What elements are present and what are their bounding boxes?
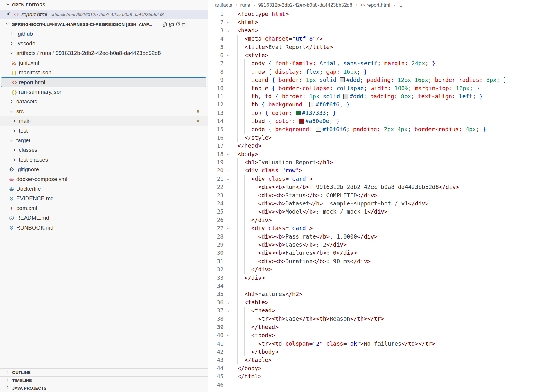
line-number[interactable]: 17	[208, 142, 224, 150]
line-number[interactable]: 30	[208, 249, 224, 257]
chevron-right-icon[interactable]	[11, 158, 17, 162]
code-line-18[interactable]: 18<body>	[208, 150, 551, 158]
code-line-22[interactable]: 22 <div><b>Run</b>: 9916312b-2db2-42ec-b…	[208, 183, 551, 191]
fold-icon[interactable]	[224, 175, 238, 183]
code-line-2[interactable]: 2<html>	[208, 18, 551, 26]
line-number[interactable]: 45	[208, 373, 224, 381]
code-line-37[interactable]: 37 <thead>	[208, 307, 551, 315]
code-line-46[interactable]: 46	[208, 381, 551, 389]
fold-icon[interactable]	[224, 150, 238, 158]
code-line-39[interactable]: 39 </thead>	[208, 323, 551, 331]
code-line-11[interactable]: 11 th, td { border: 1px solid #ddd; padd…	[208, 93, 551, 101]
close-icon[interactable]	[6, 12, 10, 17]
code-line-30[interactable]: 30 <div><b>Failures</b>: 0</div>	[208, 249, 551, 257]
line-number[interactable]: 31	[208, 257, 224, 265]
code-line-36[interactable]: 36 <table>	[208, 299, 551, 307]
line-number[interactable]: 44	[208, 364, 224, 373]
breadcrumb-item[interactable]: 9916312b-2db2-42ec-b0a8-da4423bb52d8	[258, 2, 352, 8]
tree-item-junit.xml[interactable]: junit.xml	[0, 58, 208, 68]
line-number[interactable]: 9	[208, 76, 224, 84]
code-line-27[interactable]: 27 <div class="card">	[208, 224, 551, 232]
code-line-38[interactable]: 38 <tr><th>Case</th><th>Reason</th></tr>	[208, 315, 551, 323]
line-number[interactable]: 32	[208, 265, 224, 274]
code-line-13[interactable]: 13 .ok { color: #137333; }	[208, 109, 551, 117]
chevron-right-icon[interactable]	[11, 129, 17, 133]
chevron-down-icon[interactable]	[9, 109, 15, 114]
fold-icon[interactable]	[224, 224, 238, 232]
tree-item-dockerfile[interactable]: Dockerfile	[0, 184, 208, 194]
fold-icon[interactable]	[224, 27, 238, 35]
line-number[interactable]: 24	[208, 200, 224, 208]
chevron-down-icon[interactable]	[9, 51, 15, 55]
line-number[interactable]: 7	[208, 59, 224, 68]
chevron-right-icon[interactable]	[9, 99, 15, 104]
line-number[interactable]: 10	[208, 84, 224, 93]
line-number[interactable]: 3	[208, 27, 224, 35]
line-number[interactable]: 22	[208, 183, 224, 191]
code-line-24[interactable]: 24 <div><b>Dataset</b>: sample-support-b…	[208, 200, 551, 208]
fold-icon[interactable]	[224, 18, 238, 26]
fold-icon[interactable]	[224, 331, 238, 339]
code-line-6[interactable]: 6 <style>	[208, 51, 551, 59]
tree-item-manifest.json[interactable]: {}manifest.json	[0, 68, 208, 77]
line-number[interactable]: 25	[208, 208, 224, 216]
tree-item-.vscode[interactable]: .vscode	[0, 39, 208, 48]
line-number[interactable]: 14	[208, 117, 224, 125]
breadcrumb-item[interactable]: runs	[240, 2, 250, 8]
code-line-44[interactable]: 44</body>	[208, 364, 551, 373]
code-line-41[interactable]: 41 <tr><td colspan="2" class="ok">No fai…	[208, 340, 551, 348]
line-number[interactable]: 19	[208, 158, 224, 167]
section-java-projects[interactable]: JAVA PROJECTS	[0, 384, 208, 392]
code-line-7[interactable]: 7 body { font-family: Arial, sans-serif;…	[208, 59, 551, 68]
new-folder-icon[interactable]	[169, 22, 174, 27]
tree-item-run-summary.json[interactable]: {}run-summary.json	[0, 87, 208, 97]
line-number[interactable]: 2	[208, 18, 224, 26]
line-number[interactable]: 23	[208, 192, 224, 200]
chevron-right-icon[interactable]	[11, 148, 17, 152]
code-line-43[interactable]: 43 </table>	[208, 356, 551, 364]
tree-item-test[interactable]: test	[0, 126, 208, 136]
section-timeline[interactable]: TIMELINE	[0, 376, 208, 384]
line-number[interactable]: 37	[208, 307, 224, 315]
code-line-3[interactable]: 3<head>	[208, 27, 551, 35]
code-line-26[interactable]: 26 </div>	[208, 216, 551, 224]
chevron-right-icon[interactable]	[11, 119, 17, 123]
code-line-25[interactable]: 25 <div><b>Model</b>: mock / mock-1</div…	[208, 208, 551, 216]
line-number[interactable]: 21	[208, 175, 224, 183]
code-line-45[interactable]: 45</html>	[208, 373, 551, 381]
line-number[interactable]: 18	[208, 150, 224, 158]
tree-item-pom.xml[interactable]: pom.xml	[0, 203, 208, 213]
code-line-14[interactable]: 14 .bad { color: #a50e0e; }	[208, 117, 551, 125]
code-line-8[interactable]: 8 .row { display: flex; gap: 16px; }	[208, 68, 551, 76]
code-line-4[interactable]: 4 <meta charset="utf-8"/>	[208, 35, 551, 43]
line-number[interactable]: 28	[208, 233, 224, 241]
line-number[interactable]: 36	[208, 299, 224, 307]
tree-item-src[interactable]: src	[0, 106, 208, 116]
line-number[interactable]: 39	[208, 323, 224, 331]
fold-icon[interactable]	[224, 51, 238, 59]
breadcrumb-item[interactable]: report.html	[360, 2, 390, 8]
code-line-10[interactable]: 10 table { border-collapse: collapse; wi…	[208, 84, 551, 93]
line-number[interactable]: 38	[208, 315, 224, 323]
code-line-23[interactable]: 23 <div><b>Status</b>: COMPLETED</div>	[208, 192, 551, 200]
line-number[interactable]: 5	[208, 43, 224, 51]
line-number[interactable]: 27	[208, 224, 224, 232]
code-line-28[interactable]: 28 <div><b>Pass rate</b>: 1.0000</div>	[208, 233, 551, 241]
tree-item-test-classes[interactable]: test-classes	[0, 155, 208, 165]
tree-item-classes[interactable]: classes	[0, 145, 208, 155]
line-number[interactable]: 42	[208, 348, 224, 356]
line-number[interactable]: 43	[208, 356, 224, 364]
tree-item-report.html[interactable]: report.html	[0, 77, 208, 87]
line-number[interactable]: 20	[208, 167, 224, 175]
line-number[interactable]: 11	[208, 93, 224, 101]
line-number[interactable]: 35	[208, 290, 224, 298]
line-number[interactable]: 34	[208, 282, 224, 290]
code-line-1[interactable]: 1<!doctype html>	[208, 10, 551, 18]
code-line-9[interactable]: 9 .card { border: 1px solid #ddd; paddin…	[208, 76, 551, 84]
tree-item-runbook.md[interactable]: RUNBOOK.md	[0, 223, 208, 232]
tree-item-artifacts-runs-9916312b-2db2-42ec-b0a8-da4423bb52d8[interactable]: artifacts / runs / 9916312b-2db2-42ec-b0…	[0, 48, 208, 58]
code-line-12[interactable]: 12 th { background: #f6f6f6; }	[208, 101, 551, 109]
code-line-21[interactable]: 21 <div class="card">	[208, 175, 551, 183]
code-line-20[interactable]: 20 <div class="row">	[208, 167, 551, 175]
line-number[interactable]: 1	[208, 10, 224, 18]
